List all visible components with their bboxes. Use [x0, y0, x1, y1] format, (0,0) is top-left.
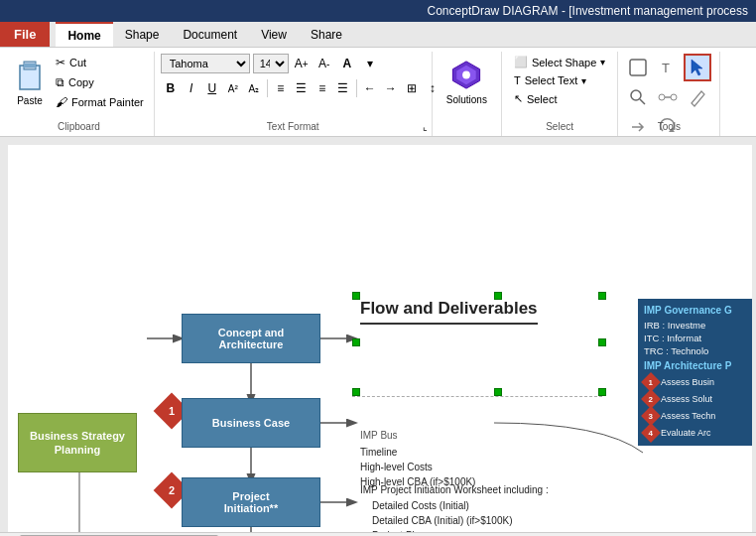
font-color-button[interactable]: A — [337, 54, 357, 73]
select-shape-icon: ⬜ — [514, 56, 528, 68]
horizontal-scrollbar[interactable] — [0, 532, 756, 536]
svg-marker-8 — [692, 60, 702, 75]
select-label: Select — [502, 121, 617, 132]
svg-point-9 — [631, 90, 641, 100]
clipboard-label: Clipboard — [4, 121, 154, 132]
select-items: ⬜ Select Shape ▾ T Select Text ▾ ↖ Selec… — [508, 54, 611, 125]
step1-box: Concept and Architecture — [182, 314, 320, 363]
select-group: ⬜ Select Shape ▾ T Select Text ▾ ↖ Selec… — [502, 52, 618, 136]
tab-share[interactable]: Share — [299, 22, 354, 47]
step3-box: Project Initiation** — [182, 477, 320, 527]
pencil-tool[interactable] — [684, 83, 711, 111]
copy-button[interactable]: ⧉ Copy — [52, 73, 148, 91]
select-text-button[interactable]: T Select Text ▾ — [508, 72, 611, 88]
canvas-area[interactable]: Business Strategy Planning Concept and A… — [0, 137, 756, 532]
arch-item-3: 3 Assess Techn — [644, 409, 746, 423]
align-center-button[interactable]: ☰ — [292, 78, 312, 98]
svg-point-5 — [462, 71, 470, 79]
copy-icon: ⧉ — [56, 75, 64, 89]
more-font-button[interactable]: ▾ — [360, 54, 380, 73]
imp-bus-text: IMP Bus Timeline High-level Costs High-l… — [360, 428, 598, 489]
itc-item: ITC : Informat — [644, 333, 746, 343]
paste-button[interactable]: Paste — [10, 54, 50, 109]
arch-item-2: 2 Assess Solut — [644, 392, 746, 406]
separator2 — [356, 79, 357, 97]
align-right-button[interactable]: ≡ — [313, 78, 332, 98]
arch-item-1: 1 Assess Busin — [644, 375, 746, 389]
shrink-font-button[interactable]: A- — [315, 54, 334, 73]
title-bar: ConceptDraw DIAGRAM - [Investment manage… — [0, 0, 756, 22]
underline-button[interactable]: U — [202, 78, 222, 98]
text-format-label: Text Format — [155, 121, 432, 132]
handle-tr — [598, 292, 606, 300]
italic-button[interactable]: I — [182, 78, 201, 98]
separator — [267, 79, 268, 97]
project-initiation-text: IMP Project Initiation Worksheet includi… — [360, 482, 598, 532]
svg-point-13 — [671, 94, 677, 100]
svg-rect-2 — [24, 64, 36, 67]
indent-inc-button[interactable]: → — [381, 78, 401, 98]
handle-bm — [494, 388, 502, 396]
indent-dec-button[interactable]: ← — [360, 78, 380, 98]
tools-label: Tools — [618, 121, 719, 132]
right-side-panel: IMP Governance G IRB : Investme ITC : In… — [638, 299, 752, 446]
clipboard-group: Paste ✂ Cut ⧉ Copy 🖌 Format Painter Clip… — [4, 52, 155, 136]
tab-document[interactable]: Document — [171, 22, 249, 47]
solutions-group: Solutions — [433, 52, 502, 136]
imp-architecture-title: IMP Architecture P — [644, 360, 746, 371]
align-justify-button[interactable]: ☰ — [333, 78, 353, 98]
font-size-selector[interactable]: 14 — [253, 54, 289, 73]
clipboard-small-buttons: ✂ Cut ⧉ Copy 🖌 Format Painter — [52, 54, 148, 111]
pointer-tool[interactable] — [624, 54, 652, 81]
paste-icon — [14, 58, 46, 93]
canvas-content: Business Strategy Planning Concept and A… — [8, 145, 752, 532]
handle-bl — [352, 388, 360, 396]
font-row: Tahoma 14 A+ A- A ▾ — [161, 54, 380, 73]
select-cursor-tool[interactable] — [684, 54, 711, 81]
tab-view[interactable]: View — [249, 22, 299, 47]
text-format-group: Tahoma 14 A+ A- A ▾ B I U A² A₂ ≡ ☰ ≡ — [155, 52, 433, 136]
tab-home[interactable]: Home — [56, 22, 112, 47]
svg-point-11 — [659, 94, 665, 100]
solutions-label: Solutions — [446, 94, 487, 105]
more-align-button[interactable]: ⊞ — [402, 78, 422, 98]
menu-area: File Home Shape Document View Share — [0, 22, 756, 48]
svg-line-10 — [640, 99, 645, 104]
arch-item-4: 4 Evaluate Arc — [644, 426, 746, 440]
solutions-button[interactable]: Solutions — [439, 54, 495, 109]
text-format-expand[interactable]: ⌞ — [423, 121, 428, 132]
subscript-button[interactable]: A₂ — [244, 78, 264, 98]
handle-br — [598, 388, 606, 396]
step2-box: Business Case — [182, 398, 320, 448]
ribbon: Paste ✂ Cut ⧉ Copy 🖌 Format Painter Clip… — [0, 48, 756, 137]
file-button[interactable]: File — [0, 22, 50, 47]
handle-tl — [352, 292, 360, 300]
paste-label: Paste — [17, 95, 43, 106]
svg-text:T: T — [662, 61, 670, 75]
handle-ml — [352, 338, 360, 346]
tab-shape[interactable]: Shape — [113, 22, 172, 47]
select-icon: ↖ — [514, 92, 523, 105]
format-painter-button[interactable]: 🖌 Format Painter — [52, 93, 148, 111]
bold-button[interactable]: B — [161, 78, 181, 98]
format-buttons-row: B I U A² A₂ ≡ ☰ ≡ ☰ ← → ⊞ ↕ — [161, 78, 442, 98]
cut-button[interactable]: ✂ Cut — [52, 54, 148, 71]
superscript-button[interactable]: A² — [223, 78, 243, 98]
align-left-button[interactable]: ≡ — [271, 78, 291, 98]
text-tool[interactable]: T — [654, 54, 682, 81]
cut-icon: ✂ — [56, 56, 65, 69]
tools-group: T Tools — [618, 52, 720, 136]
imp-governance-title: IMP Governance G — [644, 305, 746, 316]
font-selector[interactable]: Tahoma — [161, 54, 250, 73]
svg-rect-6 — [630, 60, 646, 75]
select-text-icon: T — [514, 74, 521, 86]
solutions-icon — [448, 58, 484, 92]
bsp-box: Business Strategy Planning — [18, 413, 137, 472]
flow-divider — [352, 396, 602, 397]
grow-font-button[interactable]: A+ — [292, 54, 312, 73]
select-shape-button[interactable]: ⬜ Select Shape ▾ — [508, 54, 611, 70]
zoom-tool[interactable] — [624, 83, 652, 111]
line-tool[interactable] — [654, 83, 682, 111]
select-button[interactable]: ↖ Select — [508, 90, 611, 107]
irb-item: IRB : Investme — [644, 320, 746, 331]
